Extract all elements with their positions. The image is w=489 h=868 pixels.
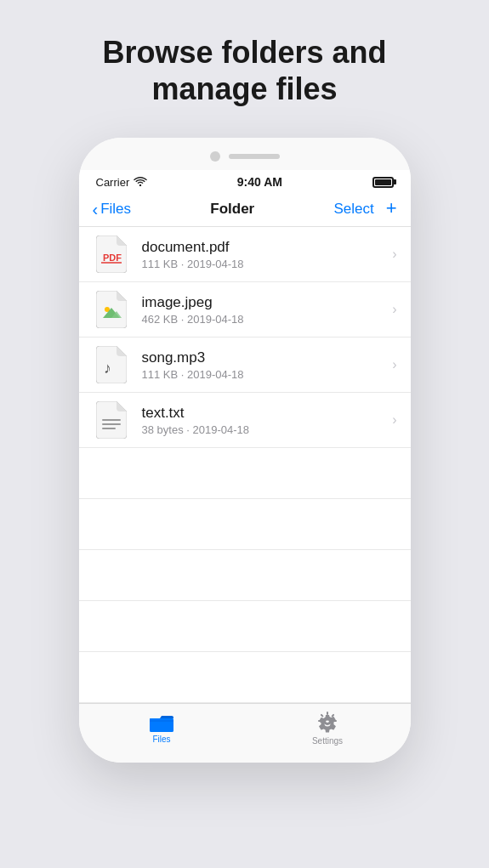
tab-bar: Files Settings bbox=[79, 703, 411, 763]
empty-row-5 bbox=[79, 652, 411, 703]
file-list: PDF document.pdf 111 KB · 2019-04-18 › bbox=[79, 227, 411, 448]
tab-files[interactable]: Files bbox=[132, 713, 191, 744]
file-chevron-pdf: › bbox=[392, 247, 396, 262]
battery-area bbox=[372, 177, 394, 188]
svg-text:♪: ♪ bbox=[104, 360, 111, 377]
add-button[interactable]: + bbox=[386, 199, 397, 218]
file-meta-text: 38 bytes · 2019-04-18 bbox=[142, 423, 381, 436]
file-chevron-text: › bbox=[392, 412, 396, 428]
battery-icon bbox=[372, 177, 394, 188]
phone-notch bbox=[79, 138, 411, 170]
chevron-left-icon: ‹ bbox=[93, 201, 99, 218]
phone-camera bbox=[210, 151, 220, 162]
empty-row-2 bbox=[79, 499, 411, 550]
empty-rows bbox=[79, 448, 411, 703]
file-name-audio: song.mp3 bbox=[142, 349, 381, 366]
carrier-label: Carrier bbox=[96, 176, 130, 189]
svg-text:PDF: PDF bbox=[103, 252, 122, 263]
file-info-audio: song.mp3 111 KB · 2019-04-18 bbox=[142, 349, 381, 381]
page-title: Browse folders and manage files bbox=[102, 34, 386, 107]
battery-fill bbox=[375, 179, 391, 185]
file-item-image[interactable]: image.jpeg 462 KB · 2019-04-18 › bbox=[79, 282, 411, 338]
file-chevron-image: › bbox=[392, 302, 396, 317]
status-bar: Carrier 9:40 AM bbox=[79, 170, 411, 194]
files-tab-icon bbox=[150, 713, 173, 732]
empty-row-3 bbox=[79, 550, 411, 601]
file-info-pdf: document.pdf 111 KB · 2019-04-18 bbox=[142, 239, 381, 270]
nav-actions: Select + bbox=[333, 201, 396, 218]
image-file-icon bbox=[93, 291, 130, 328]
back-label: Files bbox=[100, 201, 131, 218]
nav-bar: ‹ Files Folder Select + bbox=[79, 194, 411, 227]
file-item-pdf[interactable]: PDF document.pdf 111 KB · 2019-04-18 › bbox=[79, 227, 411, 282]
empty-row-4 bbox=[79, 601, 411, 652]
svg-rect-11 bbox=[150, 718, 173, 732]
file-name-image: image.jpeg bbox=[142, 294, 381, 311]
phone-speaker bbox=[229, 154, 280, 159]
settings-tab-label: Settings bbox=[312, 736, 343, 746]
tab-settings[interactable]: Settings bbox=[298, 711, 357, 746]
svg-point-0 bbox=[139, 184, 141, 186]
file-meta-audio: 111 KB · 2019-04-18 bbox=[142, 368, 381, 381]
nav-title: Folder bbox=[210, 201, 254, 218]
audio-file-icon: ♪ bbox=[93, 346, 130, 383]
wifi-icon bbox=[134, 176, 147, 189]
text-file-icon bbox=[93, 401, 130, 439]
files-tab-label: Files bbox=[152, 735, 170, 744]
carrier-info: Carrier bbox=[96, 176, 148, 189]
file-name-pdf: document.pdf bbox=[142, 239, 381, 256]
file-item-audio[interactable]: ♪ song.mp3 111 KB · 2019-04-18 › bbox=[79, 338, 411, 393]
file-chevron-audio: › bbox=[392, 357, 396, 372]
file-item-text[interactable]: text.txt 38 bytes · 2019-04-18 › bbox=[79, 393, 411, 448]
file-meta-pdf: 111 KB · 2019-04-18 bbox=[142, 258, 381, 270]
select-button[interactable]: Select bbox=[333, 201, 373, 218]
pdf-file-icon: PDF bbox=[93, 235, 130, 273]
file-name-text: text.txt bbox=[142, 405, 381, 422]
file-meta-image: 462 KB · 2019-04-18 bbox=[142, 313, 381, 326]
file-info-text: text.txt 38 bytes · 2019-04-18 bbox=[142, 405, 381, 436]
file-info-image: image.jpeg 462 KB · 2019-04-18 bbox=[142, 294, 381, 326]
phone-frame: Carrier 9:40 AM ‹ Files Folder Sele bbox=[79, 138, 411, 763]
gear-tab-icon bbox=[317, 713, 338, 734]
back-button[interactable]: ‹ Files bbox=[93, 201, 132, 218]
status-time: 9:40 AM bbox=[237, 175, 282, 189]
empty-row-1 bbox=[79, 448, 411, 499]
